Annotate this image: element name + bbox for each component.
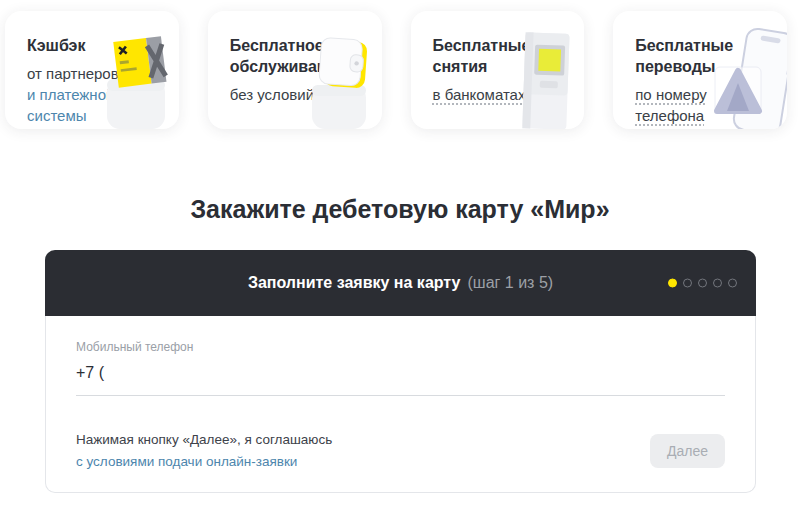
benefit-card-free-service: Бесплатное обслуживание без условий <box>208 11 382 129</box>
next-button[interactable]: Далее <box>650 434 725 468</box>
form-step-indicator-text: (шаг 1 из 5) <box>467 274 553 292</box>
benefit-card-free-withdrawals: Бесплатные снятия в банкоматах <box>411 11 585 129</box>
step-dot <box>683 279 692 288</box>
form-header: Заполните заявку на карту (шаг 1 из 5) <box>45 250 756 316</box>
atm-icon <box>508 29 582 129</box>
wallet-icon <box>306 29 380 129</box>
agreement-text: Нажимая кнопку «Далее», я соглашаюсь с у… <box>76 429 332 473</box>
benefit-card-free-transfers: Бесплатные переводы по номеру телефона <box>613 11 787 129</box>
phone-transfer-icon <box>711 27 787 129</box>
phone-input[interactable] <box>76 364 725 396</box>
step-progress-dots <box>668 279 737 288</box>
benefit-text: без условий <box>230 86 314 103</box>
step-dot <box>728 279 737 288</box>
form-body: Мобильный телефон Нажимая кнопку «Далее»… <box>45 316 756 493</box>
mir-system-link[interactable]: и платежной системы «Мир» <box>27 86 114 129</box>
step-dot <box>668 279 677 288</box>
agreement-line: Нажимая кнопку «Далее», я соглашаюсь <box>76 432 332 447</box>
step-dot <box>713 279 722 288</box>
benefits-row: Кэшбэк от партнеров и платежной системы … <box>5 11 787 129</box>
page-title: Закажите дебетовую карту «Мир» <box>0 195 800 224</box>
phone-transfer-tooltip-link[interactable]: по номеру телефона <box>635 86 707 124</box>
phone-field-label: Мобильный телефон <box>76 340 193 354</box>
bank-card-icon <box>103 29 177 129</box>
form-header-title: Заполните заявку на карту <box>248 274 461 292</box>
terms-link[interactable]: с условиями подачи онлайн-заявки <box>76 454 297 469</box>
step-dot <box>698 279 707 288</box>
benefit-card-cashback: Кэшбэк от партнеров и платежной системы … <box>5 11 179 129</box>
agreement-row: Нажимая кнопку «Далее», я соглашаюсь с у… <box>76 429 725 473</box>
application-form-panel: Заполните заявку на карту (шаг 1 из 5) М… <box>45 250 756 493</box>
